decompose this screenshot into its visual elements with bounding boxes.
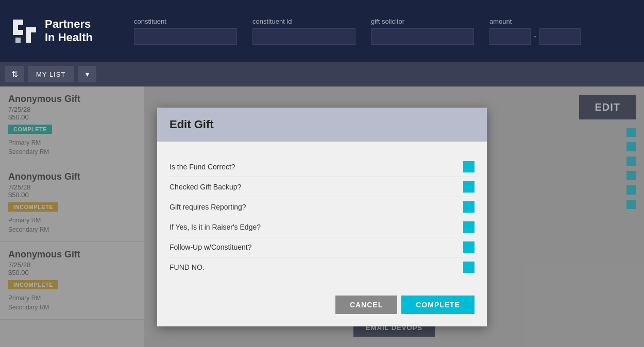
my-list-button[interactable]: MY LIST: [28, 66, 74, 82]
partners-health-logo: [10, 17, 39, 45]
logo-area: Partners In Health: [10, 17, 113, 45]
gift-solicitor-field-group: gift solicitor: [371, 18, 474, 45]
modal-row-label: If Yes, Is it in Raiser's Edge?: [170, 223, 261, 231]
raisers-edge-checkbox[interactable]: [463, 221, 474, 233]
constituent-id-input[interactable]: [252, 28, 355, 45]
fund-no-checkbox[interactable]: [463, 262, 474, 273]
svg-marker-3: [15, 38, 21, 43]
dropdown-button[interactable]: ▾: [78, 66, 96, 82]
sort-button[interactable]: ⇅: [5, 66, 24, 82]
modal-row: Gift requires Reporting?: [170, 197, 474, 217]
modal-row-label: Is the Fund Correct?: [170, 163, 235, 171]
modal-footer: CANCEL COMPLETE: [157, 287, 487, 326]
gift-reporting-checkbox[interactable]: [463, 201, 474, 213]
modal-row: Checked Gift Backup?: [170, 177, 474, 197]
modal-row: Is the Fund Correct?: [170, 157, 474, 177]
modal-row-label: FUND NO.: [170, 263, 205, 271]
main-area: Anonymous Gift 7/25/28 $50.00 COMPLETE P…: [0, 86, 644, 347]
cancel-button[interactable]: CANCEL: [335, 296, 397, 314]
header: Partners In Health constituent constitue…: [0, 0, 644, 62]
modal-title: Edit Gift: [170, 118, 474, 131]
amount-input-2[interactable]: [539, 28, 581, 45]
amount-input-1[interactable]: [489, 28, 531, 45]
amount-label: amount: [489, 18, 581, 25]
modal-body: Is the Fund Correct? Checked Gift Backup…: [157, 152, 487, 287]
modal-row: Follow-Up w/Constituent?: [170, 237, 474, 257]
follow-up-checkbox[interactable]: [463, 241, 474, 253]
amount-field-group: amount -: [489, 18, 581, 45]
gift-backup-checkbox[interactable]: [463, 181, 474, 193]
logo-text: Partners In Health: [45, 18, 93, 45]
amount-separator: -: [534, 32, 536, 41]
modal-row-label: Follow-Up w/Constituent?: [170, 243, 252, 251]
gift-solicitor-input[interactable]: [371, 28, 474, 45]
modal-overlay: Edit Gift Is the Fund Correct? Checked G…: [0, 86, 644, 347]
fund-correct-checkbox[interactable]: [463, 161, 474, 172]
modal-row-label: Checked Gift Backup?: [170, 183, 241, 191]
constituent-field-group: constituent: [134, 18, 237, 45]
constituent-input[interactable]: [134, 28, 237, 45]
modal-row-label: Gift requires Reporting?: [170, 203, 246, 211]
modal-row: FUND NO.: [170, 257, 474, 277]
modal-header: Edit Gift: [157, 108, 487, 142]
complete-button[interactable]: COMPLETE: [401, 296, 474, 314]
edit-gift-modal: Edit Gift Is the Fund Correct? Checked G…: [157, 108, 487, 326]
sub-header: ⇅ MY LIST ▾: [0, 62, 644, 86]
header-fields: constituent constituent id gift solicito…: [134, 18, 634, 45]
constituent-id-field-group: constituent id: [252, 18, 355, 45]
constituent-label: constituent: [134, 18, 237, 25]
constituent-id-label: constituent id: [252, 18, 355, 25]
gift-solicitor-label: gift solicitor: [371, 18, 474, 25]
modal-row: If Yes, Is it in Raiser's Edge?: [170, 217, 474, 237]
